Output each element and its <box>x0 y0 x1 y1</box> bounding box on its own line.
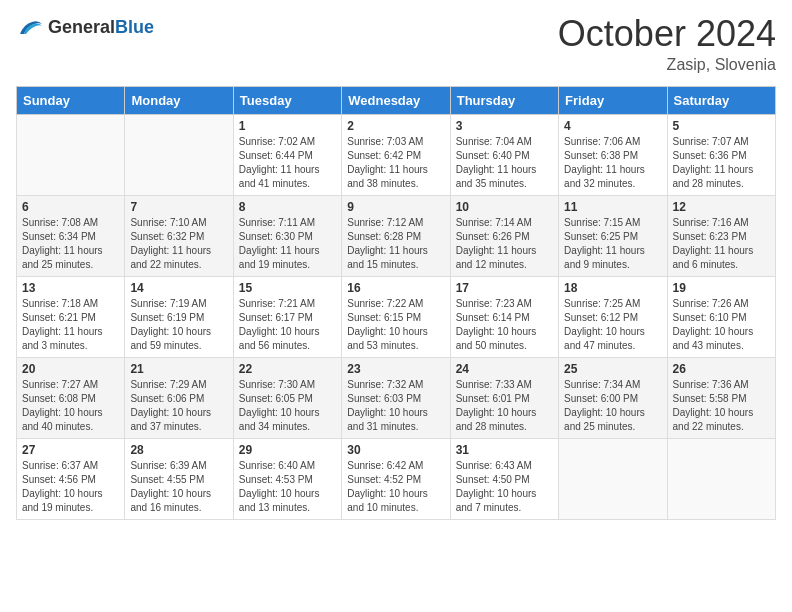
calendar-week-4: 20Sunrise: 7:27 AMSunset: 6:08 PMDayligh… <box>17 358 776 439</box>
calendar-cell: 24Sunrise: 7:33 AMSunset: 6:01 PMDayligh… <box>450 358 558 439</box>
day-number: 3 <box>456 119 553 133</box>
day-number: 21 <box>130 362 227 376</box>
day-info: Sunrise: 7:32 AMSunset: 6:03 PMDaylight:… <box>347 378 444 434</box>
calendar-week-1: 1Sunrise: 7:02 AMSunset: 6:44 PMDaylight… <box>17 115 776 196</box>
calendar-cell: 21Sunrise: 7:29 AMSunset: 6:06 PMDayligh… <box>125 358 233 439</box>
calendar-cell: 16Sunrise: 7:22 AMSunset: 6:15 PMDayligh… <box>342 277 450 358</box>
calendar-cell: 20Sunrise: 7:27 AMSunset: 6:08 PMDayligh… <box>17 358 125 439</box>
day-number: 10 <box>456 200 553 214</box>
day-info: Sunrise: 7:19 AMSunset: 6:19 PMDaylight:… <box>130 297 227 353</box>
day-number: 29 <box>239 443 336 457</box>
location-title: Zasip, Slovenia <box>558 56 776 74</box>
day-info: Sunrise: 7:30 AMSunset: 6:05 PMDaylight:… <box>239 378 336 434</box>
day-info: Sunrise: 7:10 AMSunset: 6:32 PMDaylight:… <box>130 216 227 272</box>
calendar-cell: 11Sunrise: 7:15 AMSunset: 6:25 PMDayligh… <box>559 196 667 277</box>
day-info: Sunrise: 7:29 AMSunset: 6:06 PMDaylight:… <box>130 378 227 434</box>
logo-general: General <box>48 17 115 37</box>
day-info: Sunrise: 7:34 AMSunset: 6:00 PMDaylight:… <box>564 378 661 434</box>
calendar-cell: 2Sunrise: 7:03 AMSunset: 6:42 PMDaylight… <box>342 115 450 196</box>
day-info: Sunrise: 7:02 AMSunset: 6:44 PMDaylight:… <box>239 135 336 191</box>
calendar-cell: 8Sunrise: 7:11 AMSunset: 6:30 PMDaylight… <box>233 196 341 277</box>
calendar-cell: 31Sunrise: 6:43 AMSunset: 4:50 PMDayligh… <box>450 439 558 520</box>
calendar-cell: 7Sunrise: 7:10 AMSunset: 6:32 PMDaylight… <box>125 196 233 277</box>
calendar-cell: 28Sunrise: 6:39 AMSunset: 4:55 PMDayligh… <box>125 439 233 520</box>
day-info: Sunrise: 7:08 AMSunset: 6:34 PMDaylight:… <box>22 216 119 272</box>
calendar-cell: 22Sunrise: 7:30 AMSunset: 6:05 PMDayligh… <box>233 358 341 439</box>
calendar-cell: 10Sunrise: 7:14 AMSunset: 6:26 PMDayligh… <box>450 196 558 277</box>
day-number: 20 <box>22 362 119 376</box>
day-number: 4 <box>564 119 661 133</box>
day-info: Sunrise: 7:14 AMSunset: 6:26 PMDaylight:… <box>456 216 553 272</box>
calendar-cell: 30Sunrise: 6:42 AMSunset: 4:52 PMDayligh… <box>342 439 450 520</box>
calendar-cell: 27Sunrise: 6:37 AMSunset: 4:56 PMDayligh… <box>17 439 125 520</box>
day-number: 13 <box>22 281 119 295</box>
day-info: Sunrise: 7:12 AMSunset: 6:28 PMDaylight:… <box>347 216 444 272</box>
day-info: Sunrise: 6:42 AMSunset: 4:52 PMDaylight:… <box>347 459 444 515</box>
header-day-tuesday: Tuesday <box>233 87 341 115</box>
day-number: 31 <box>456 443 553 457</box>
logo-icon <box>16 16 44 38</box>
day-info: Sunrise: 6:39 AMSunset: 4:55 PMDaylight:… <box>130 459 227 515</box>
day-number: 14 <box>130 281 227 295</box>
calendar-cell: 18Sunrise: 7:25 AMSunset: 6:12 PMDayligh… <box>559 277 667 358</box>
day-info: Sunrise: 7:03 AMSunset: 6:42 PMDaylight:… <box>347 135 444 191</box>
day-info: Sunrise: 7:06 AMSunset: 6:38 PMDaylight:… <box>564 135 661 191</box>
day-number: 7 <box>130 200 227 214</box>
calendar-cell: 13Sunrise: 7:18 AMSunset: 6:21 PMDayligh… <box>17 277 125 358</box>
day-number: 19 <box>673 281 770 295</box>
day-info: Sunrise: 7:27 AMSunset: 6:08 PMDaylight:… <box>22 378 119 434</box>
logo: GeneralBlue <box>16 16 154 38</box>
calendar-week-5: 27Sunrise: 6:37 AMSunset: 4:56 PMDayligh… <box>17 439 776 520</box>
day-number: 11 <box>564 200 661 214</box>
day-info: Sunrise: 7:21 AMSunset: 6:17 PMDaylight:… <box>239 297 336 353</box>
calendar-table: SundayMondayTuesdayWednesdayThursdayFrid… <box>16 86 776 520</box>
day-info: Sunrise: 7:26 AMSunset: 6:10 PMDaylight:… <box>673 297 770 353</box>
calendar-cell: 29Sunrise: 6:40 AMSunset: 4:53 PMDayligh… <box>233 439 341 520</box>
calendar-cell <box>17 115 125 196</box>
calendar-cell: 9Sunrise: 7:12 AMSunset: 6:28 PMDaylight… <box>342 196 450 277</box>
calendar-cell: 1Sunrise: 7:02 AMSunset: 6:44 PMDaylight… <box>233 115 341 196</box>
header-day-thursday: Thursday <box>450 87 558 115</box>
header-day-friday: Friday <box>559 87 667 115</box>
day-number: 1 <box>239 119 336 133</box>
day-number: 12 <box>673 200 770 214</box>
day-number: 22 <box>239 362 336 376</box>
calendar-cell: 17Sunrise: 7:23 AMSunset: 6:14 PMDayligh… <box>450 277 558 358</box>
day-number: 5 <box>673 119 770 133</box>
calendar-cell: 15Sunrise: 7:21 AMSunset: 6:17 PMDayligh… <box>233 277 341 358</box>
day-info: Sunrise: 7:18 AMSunset: 6:21 PMDaylight:… <box>22 297 119 353</box>
calendar-cell: 19Sunrise: 7:26 AMSunset: 6:10 PMDayligh… <box>667 277 775 358</box>
day-info: Sunrise: 7:11 AMSunset: 6:30 PMDaylight:… <box>239 216 336 272</box>
calendar-cell: 5Sunrise: 7:07 AMSunset: 6:36 PMDaylight… <box>667 115 775 196</box>
logo-blue: Blue <box>115 17 154 37</box>
logo-text: GeneralBlue <box>48 17 154 38</box>
day-number: 6 <box>22 200 119 214</box>
calendar-cell: 6Sunrise: 7:08 AMSunset: 6:34 PMDaylight… <box>17 196 125 277</box>
calendar-cell: 14Sunrise: 7:19 AMSunset: 6:19 PMDayligh… <box>125 277 233 358</box>
calendar-cell: 3Sunrise: 7:04 AMSunset: 6:40 PMDaylight… <box>450 115 558 196</box>
day-number: 18 <box>564 281 661 295</box>
day-number: 23 <box>347 362 444 376</box>
day-number: 24 <box>456 362 553 376</box>
day-info: Sunrise: 7:25 AMSunset: 6:12 PMDaylight:… <box>564 297 661 353</box>
day-number: 17 <box>456 281 553 295</box>
day-number: 30 <box>347 443 444 457</box>
header: GeneralBlue October 2024 Zasip, Slovenia <box>16 16 776 74</box>
calendar-cell: 12Sunrise: 7:16 AMSunset: 6:23 PMDayligh… <box>667 196 775 277</box>
day-info: Sunrise: 6:37 AMSunset: 4:56 PMDaylight:… <box>22 459 119 515</box>
header-day-wednesday: Wednesday <box>342 87 450 115</box>
day-number: 9 <box>347 200 444 214</box>
day-info: Sunrise: 7:23 AMSunset: 6:14 PMDaylight:… <box>456 297 553 353</box>
calendar-header-row: SundayMondayTuesdayWednesdayThursdayFrid… <box>17 87 776 115</box>
day-info: Sunrise: 7:36 AMSunset: 5:58 PMDaylight:… <box>673 378 770 434</box>
day-number: 25 <box>564 362 661 376</box>
month-title: October 2024 <box>558 16 776 52</box>
calendar-week-2: 6Sunrise: 7:08 AMSunset: 6:34 PMDaylight… <box>17 196 776 277</box>
day-number: 15 <box>239 281 336 295</box>
day-number: 27 <box>22 443 119 457</box>
day-number: 28 <box>130 443 227 457</box>
day-info: Sunrise: 7:04 AMSunset: 6:40 PMDaylight:… <box>456 135 553 191</box>
day-info: Sunrise: 7:16 AMSunset: 6:23 PMDaylight:… <box>673 216 770 272</box>
day-number: 16 <box>347 281 444 295</box>
calendar-cell: 23Sunrise: 7:32 AMSunset: 6:03 PMDayligh… <box>342 358 450 439</box>
